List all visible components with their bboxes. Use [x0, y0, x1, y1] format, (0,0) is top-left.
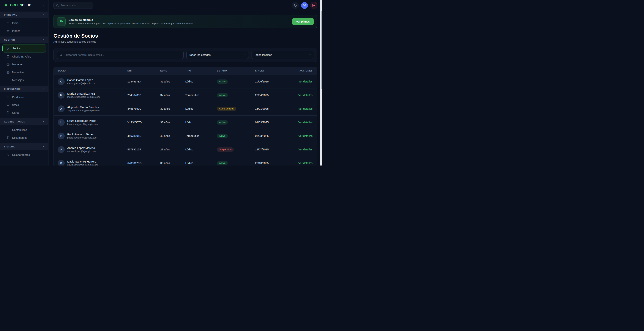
header-socio: SOCIO: [54, 67, 128, 75]
cell-socio: A Alejandro Martín Sánchez alejandro.mar…: [54, 102, 128, 116]
status-badge: Cuota vencida: [217, 107, 236, 111]
chevron-up-icon: [42, 88, 45, 90]
search-icon: [56, 4, 59, 7]
view-details-link[interactable]: Ver detalles: [298, 162, 312, 165]
sidebar-item-planes[interactable]: Planes: [0, 27, 48, 35]
member-dni: 67890123G: [128, 156, 160, 166]
status-badge: Activo: [217, 79, 228, 84]
member-identity: C Carlos García López carlos.garcia@ejem…: [54, 78, 128, 85]
member-type: Lúdico: [185, 75, 217, 88]
sidebar-item-documentos[interactable]: Documentos: [0, 134, 48, 142]
members-table-card: SOCIO DNI EDAD TIPO ESTADO F. ALTA ACCIO…: [54, 67, 317, 165]
sidebar-section-administracion[interactable]: ADMINISTRACIÓN: [0, 118, 48, 125]
document-icon: [6, 111, 10, 114]
member-identity: D David Sánchez Herrera david.sanchez@ej…: [54, 160, 128, 166]
estado-filter-select[interactable]: Todos los estados: [186, 51, 249, 59]
view-details-link[interactable]: Ver detalles: [298, 80, 312, 83]
sidebar-item-inicio[interactable]: Inicio: [0, 19, 48, 27]
sidebar-item-normativa[interactable]: Normativa: [0, 68, 48, 76]
sidebar-item-monedero[interactable]: Monedero: [0, 60, 48, 68]
member-quick-search-input[interactable]: [60, 4, 90, 7]
section-label: ADMINISTRACIÓN: [4, 121, 25, 123]
member-age: 37 años: [160, 88, 185, 102]
sidebar-item-colaboradores[interactable]: Colaboradores: [0, 151, 48, 159]
view-details-link[interactable]: Ver detalles: [298, 107, 312, 110]
sidebar-item-socios[interactable]: Socios: [2, 44, 46, 52]
members-search[interactable]: [57, 51, 184, 59]
view-plans-button[interactable]: Ver planes: [292, 18, 314, 25]
topbar: SG: [49, 0, 322, 11]
member-name-block: Pablo Navarro Torres pablo.navarro@ejemp…: [67, 133, 97, 139]
member-email: maria.fernandez@ejemplo.com: [67, 96, 100, 98]
table-row: A Alejandro Martín Sánchez alejandro.mar…: [54, 102, 317, 116]
member-quick-search[interactable]: [54, 2, 93, 9]
cell-estado: Activo: [217, 156, 255, 166]
sidebar-item-label: Socios: [12, 47, 21, 50]
sidebar-item-productos[interactable]: Productos: [0, 93, 48, 101]
demo-data-banner: Socios de ejemplo Estos son datos fictic…: [54, 15, 317, 28]
tipo-filter-select[interactable]: Todos los tipos: [252, 51, 314, 59]
sidebar-section-dispensario[interactable]: DISPENSARIO: [0, 86, 48, 92]
sidebar-section-principal[interactable]: PRINCIPAL: [0, 11, 48, 18]
logout-button[interactable]: [310, 2, 317, 9]
member-identity: M María Fernández Ruiz maria.fernandez@e…: [54, 92, 128, 99]
sidebar-item-label: Monedero: [12, 63, 24, 66]
cell-acciones: Ver detalles: [291, 75, 317, 88]
avatar: L: [58, 119, 65, 126]
chevron-down-icon: [309, 54, 312, 56]
brand-name: GREENCLUB: [10, 3, 40, 7]
cell-acciones: Ver detalles: [291, 116, 317, 129]
view-details-link[interactable]: Ver detalles: [298, 134, 312, 137]
member-email: david.sanchez@ejemplo.com: [67, 164, 98, 165]
members-search-input[interactable]: [64, 53, 181, 56]
sidebar-item-mensajes[interactable]: Mensajes: [0, 76, 48, 84]
avatar: A: [58, 146, 65, 153]
sidebar-item-checkin-aforo[interactable]: Check-in / Aforo: [0, 53, 48, 60]
section-items-gestion: Socios Check-in / Aforo Monedero Normati…: [0, 43, 48, 85]
calendar-icon: [6, 55, 10, 58]
user-plus-icon: [57, 17, 66, 26]
content: Socios de ejemplo Estos son datos fictic…: [49, 11, 322, 165]
sidebar-section-sistema[interactable]: SISTEMA: [0, 143, 48, 150]
sidebar-item-label: Colaboradores: [12, 153, 30, 156]
member-name: Carlos García López: [67, 78, 96, 81]
members-table-body: C Carlos García López carlos.garcia@ejem…: [54, 75, 317, 166]
member-join-date: 15/01/2025: [255, 102, 291, 116]
moon-icon: [294, 4, 297, 7]
sidebar-item-contabilidad[interactable]: Contabilidad: [0, 126, 48, 134]
sidebar-section-gestion[interactable]: GESTIÓN: [0, 36, 48, 43]
member-age: 40 años: [160, 129, 185, 143]
table-row: C Carlos García López carlos.garcia@ejem…: [54, 75, 317, 88]
scrollbar-thumb[interactable]: [321, 10, 322, 89]
logout-icon: [312, 4, 315, 7]
member-identity: L Laura Rodríguez Pérez laura.rodriguez@…: [54, 119, 128, 126]
header-dni: DNI: [128, 67, 160, 75]
member-age: 30 años: [160, 102, 185, 116]
cell-estado: Activo: [217, 88, 255, 102]
member-dni: 34567890C: [128, 102, 160, 116]
app-root: GREENCLUB « PRINCIPAL Inicio Planes: [0, 0, 322, 165]
star-icon: [6, 29, 10, 32]
cell-socio: D David Sánchez Herrera david.sanchez@ej…: [54, 156, 128, 166]
banner-title: Socios de ejemplo: [68, 18, 194, 21]
member-type: Lúdico: [185, 102, 217, 116]
filters-card: Todos los estados Todos los tipos: [54, 48, 317, 62]
view-details-link[interactable]: Ver detalles: [298, 94, 312, 97]
table-row: L Laura Rodríguez Pérez laura.rodriguez@…: [54, 116, 317, 129]
sidebar-item-label: Inicio: [12, 21, 18, 24]
sidebar-collapse-button[interactable]: «: [42, 3, 45, 7]
avatar: D: [58, 160, 65, 166]
dollar-circle-icon: [6, 63, 10, 66]
member-type: Lúdico: [185, 156, 217, 166]
dark-mode-toggle-button[interactable]: [292, 2, 299, 9]
sidebar-item-carta[interactable]: Carta: [0, 109, 48, 117]
cell-estado: Activo: [217, 75, 255, 88]
member-name: Alejandro Martín Sánchez: [67, 106, 100, 109]
sidebar-item-stock[interactable]: Stock: [0, 101, 48, 109]
member-name-block: David Sánchez Herrera david.sanchez@ejem…: [67, 160, 98, 165]
cell-acciones: Ver detalles: [291, 143, 317, 156]
view-details-link[interactable]: Ver detalles: [298, 121, 312, 124]
view-details-link[interactable]: Ver detalles: [298, 148, 312, 151]
user-avatar[interactable]: SG: [301, 2, 308, 9]
sidebar-item-label: Carta: [12, 111, 19, 114]
